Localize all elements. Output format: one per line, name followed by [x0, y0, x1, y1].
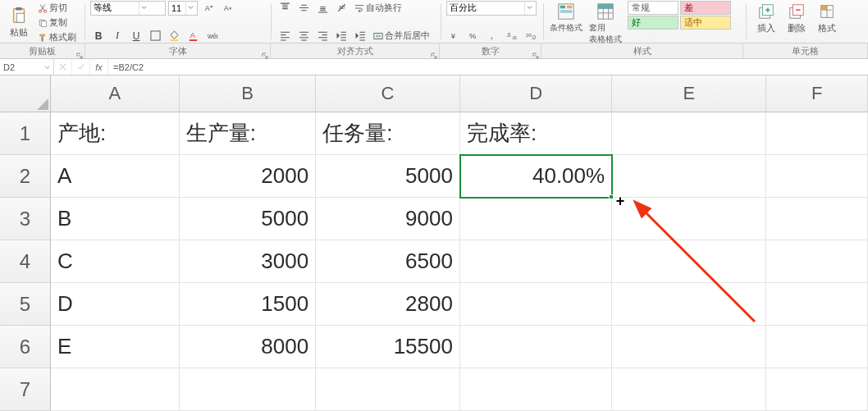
underline-icon[interactable]: U: [128, 30, 144, 43]
fx-icon[interactable]: fx: [90, 59, 108, 75]
cell-B2[interactable]: 2000: [180, 155, 316, 198]
increase-indent-icon[interactable]: [352, 30, 368, 43]
currency-icon[interactable]: ¥: [446, 30, 463, 43]
cell-B7[interactable]: [180, 368, 316, 411]
column-header-F[interactable]: F: [766, 75, 868, 112]
cells-area[interactable]: 产地:生产量:任务量:完成率:A2000500040.00%+B50009000…: [51, 112, 868, 411]
cell-E1[interactable]: [612, 112, 766, 155]
number-format-combo[interactable]: [446, 1, 537, 16]
column-header-B[interactable]: B: [180, 75, 316, 112]
cell-A4[interactable]: C: [51, 240, 180, 283]
increase-font-icon[interactable]: A▲: [200, 2, 217, 15]
font-color-icon[interactable]: A: [185, 30, 201, 43]
cell-E6[interactable]: [612, 326, 766, 368]
table-format-button[interactable]: 套用 表格格式: [585, 1, 626, 47]
column-header-E[interactable]: E: [612, 75, 766, 112]
fill-color-icon[interactable]: [166, 30, 182, 43]
cell-C1[interactable]: 任务量:: [316, 112, 460, 155]
insert-button[interactable]: 插入: [752, 1, 781, 36]
cell-A3[interactable]: B: [51, 198, 180, 240]
chevron-down-icon[interactable]: [44, 62, 50, 72]
cell-E4[interactable]: [612, 240, 766, 283]
cell-A7[interactable]: [51, 368, 180, 411]
cell-D3[interactable]: [460, 198, 612, 240]
cell-F4[interactable]: [766, 240, 868, 283]
comma-icon[interactable]: ,: [484, 30, 500, 43]
copy-button[interactable]: 复制: [35, 16, 79, 30]
bold-icon[interactable]: B: [90, 30, 107, 43]
align-left-icon[interactable]: [276, 30, 293, 43]
style-normal[interactable]: 常规: [628, 1, 678, 15]
dialog-launcher-icon[interactable]: [262, 51, 268, 57]
formula-input[interactable]: [108, 59, 868, 75]
cell-C2[interactable]: 5000: [316, 155, 460, 198]
cell-E2[interactable]: [612, 155, 766, 198]
cut-button[interactable]: 剪切: [35, 1, 79, 15]
column-header-D[interactable]: D: [460, 75, 612, 112]
dialog-launcher-icon[interactable]: [532, 51, 539, 57]
cell-D6[interactable]: [460, 326, 612, 368]
cell-C7[interactable]: [316, 368, 460, 411]
align-middle-icon[interactable]: [295, 2, 312, 15]
cell-B1[interactable]: 生产量:: [180, 112, 316, 155]
cell-E5[interactable]: [612, 283, 766, 326]
select-all-corner[interactable]: [0, 75, 51, 112]
font-name-combo[interactable]: [90, 1, 166, 16]
chevron-down-icon[interactable]: [524, 2, 534, 15]
percent-icon[interactable]: %: [465, 30, 482, 43]
align-right-icon[interactable]: [314, 30, 331, 43]
column-header-C[interactable]: C: [316, 75, 460, 112]
cell-A2[interactable]: A: [51, 155, 180, 198]
cell-F7[interactable]: [766, 368, 868, 411]
border-icon[interactable]: [147, 30, 163, 43]
wrap-text-button[interactable]: 自动换行: [352, 1, 404, 15]
format-button[interactable]: 格式: [812, 1, 842, 36]
format-painter-button[interactable]: 格式刷: [35, 30, 79, 44]
fill-handle[interactable]: [609, 194, 614, 199]
cell-E7[interactable]: [612, 368, 766, 411]
cell-D5[interactable]: [460, 283, 612, 326]
style-neutral[interactable]: 适中: [680, 16, 731, 30]
enter-icon[interactable]: [72, 59, 90, 75]
style-bad[interactable]: 差: [680, 1, 731, 15]
align-bottom-icon[interactable]: [314, 2, 331, 15]
italic-icon[interactable]: I: [109, 30, 126, 43]
cell-B3[interactable]: 5000: [180, 198, 316, 240]
cell-E3[interactable]: [612, 198, 766, 240]
cell-A6[interactable]: E: [51, 326, 180, 368]
dialog-launcher-icon[interactable]: [431, 51, 437, 57]
cell-C4[interactable]: 6500: [316, 240, 460, 283]
paste-button[interactable]: 粘贴: [4, 1, 34, 44]
cell-C5[interactable]: 2800: [316, 283, 460, 326]
cancel-icon[interactable]: [54, 59, 72, 75]
cell-F1[interactable]: [766, 112, 868, 155]
merge-center-button[interactable]: 合并后居中: [371, 29, 432, 43]
cell-F5[interactable]: [766, 283, 868, 326]
cell-B6[interactable]: 8000: [180, 326, 316, 368]
row-header-3[interactable]: 3: [0, 198, 51, 240]
phonetic-icon[interactable]: wén: [203, 30, 220, 43]
cell-A5[interactable]: D: [51, 283, 180, 326]
row-header-4[interactable]: 4: [0, 240, 51, 283]
conditional-format-button[interactable]: 条件格式: [549, 1, 583, 35]
orientation-icon[interactable]: ab: [333, 2, 349, 15]
chevron-down-icon[interactable]: [185, 2, 195, 15]
style-good[interactable]: 好: [628, 16, 678, 30]
row-header-6[interactable]: 6: [0, 326, 51, 368]
column-header-A[interactable]: A: [51, 75, 180, 112]
row-header-7[interactable]: 7: [0, 368, 51, 411]
cell-B4[interactable]: 3000: [180, 240, 316, 283]
increase-decimal-icon[interactable]: .0.00: [503, 30, 519, 43]
cell-D7[interactable]: [460, 368, 612, 411]
font-size-combo[interactable]: [168, 1, 198, 16]
cell-C6[interactable]: 15500: [316, 326, 460, 368]
cell-A1[interactable]: 产地:: [51, 112, 180, 155]
delete-button[interactable]: 删除: [782, 1, 811, 36]
cell-C3[interactable]: 9000: [316, 198, 460, 240]
align-top-icon[interactable]: [276, 2, 293, 15]
cell-F3[interactable]: [766, 198, 868, 240]
cell-D4[interactable]: [460, 240, 612, 283]
row-header-5[interactable]: 5: [0, 283, 51, 326]
cell-F2[interactable]: [766, 155, 868, 198]
cell-D2[interactable]: 40.00%+: [460, 155, 612, 198]
